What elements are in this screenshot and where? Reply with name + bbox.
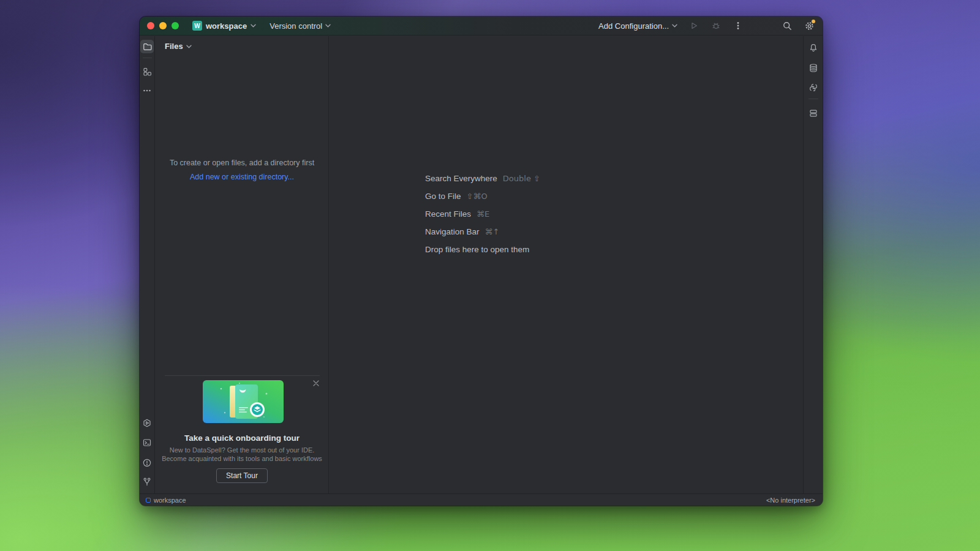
shortcut-row: Go to File ⇧⌘O — [425, 187, 540, 205]
close-card-button[interactable] — [312, 379, 320, 388]
minimize-window-button[interactable] — [159, 22, 167, 29]
layout-tool-button[interactable] — [807, 107, 820, 120]
onboarding-illustration — [203, 380, 284, 423]
more-vertical-icon — [733, 21, 743, 31]
zoom-window-button[interactable] — [172, 22, 179, 29]
settings-notification-badge — [812, 20, 815, 23]
files-tool-button[interactable] — [140, 40, 154, 53]
shortcut-label: Recent Files — [425, 209, 471, 219]
database-icon — [809, 63, 818, 73]
shortcut-label: Go to File — [425, 192, 461, 201]
files-empty-state: To create or open files, add a directory… — [156, 159, 328, 181]
python-packages-icon — [809, 83, 818, 92]
onboarding-description: New to DataSpell? Get the most out of yo… — [156, 446, 328, 463]
shortcut-row: Navigation Bar ⌘↑ — [425, 223, 540, 241]
project-square-icon — [146, 498, 151, 503]
project-icon: W — [192, 21, 202, 31]
notifications-bell-icon — [809, 43, 818, 53]
services-tool-button[interactable] — [140, 416, 154, 430]
project-widget[interactable]: W workspace — [192, 21, 256, 31]
start-tour-button[interactable]: Start Tour — [216, 468, 268, 483]
shortcut-row: Drop files here to open them — [425, 241, 540, 258]
onboarding-description-line2: Become acquainted with its tools and bas… — [156, 454, 328, 463]
folder-icon — [142, 42, 152, 51]
editor-area: Search Everywhere Double ⇧ Go to File ⇧⌘… — [330, 36, 802, 493]
python-packages-tool-button[interactable] — [807, 81, 820, 94]
vcs-widget[interactable]: Version control — [270, 21, 331, 31]
search-everywhere-button[interactable] — [782, 20, 793, 31]
close-icon — [313, 380, 319, 386]
editor-empty-shortcuts: Search Everywhere Double ⇧ Go to File ⇧⌘… — [425, 170, 540, 258]
database-tool-button[interactable] — [807, 61, 820, 75]
project-name: workspace — [206, 21, 247, 31]
right-tool-stripe — [803, 36, 823, 493]
files-panel-header[interactable]: Files — [165, 42, 192, 51]
dataspell-window: W workspace Version control Add Configur… — [140, 17, 823, 506]
chevron-down-icon — [251, 24, 256, 28]
vcs-label: Version control — [270, 21, 322, 31]
left-tool-stripe — [140, 36, 155, 493]
files-tool-window: Files To create or open files, add a dir… — [156, 36, 329, 493]
stripe-divider — [143, 58, 152, 58]
shortcut-keys: ⇧⌘O — [467, 192, 488, 201]
shortcut-label: Drop files here to open them — [425, 245, 529, 254]
files-panel-title: Files — [165, 42, 183, 51]
interpreter-widget[interactable]: <No interpreter> — [766, 497, 815, 504]
run-button[interactable] — [688, 20, 699, 31]
more-tools-button[interactable] — [140, 84, 154, 97]
more-horizontal-icon — [142, 86, 152, 96]
status-bar: workspace <No interpreter> — [140, 493, 823, 506]
shortcut-row: Search Everywhere Double ⇧ — [425, 170, 540, 187]
panel-divider — [165, 375, 320, 376]
ide-body: Files To create or open files, add a dir… — [140, 36, 823, 493]
shortcut-row: Recent Files ⌘E — [425, 205, 540, 223]
problems-tool-button[interactable] — [140, 456, 154, 470]
layout-rows-icon — [809, 108, 818, 118]
problems-icon — [142, 458, 152, 468]
git-branch-icon — [142, 477, 152, 487]
chevron-down-icon — [186, 45, 192, 48]
titlebar: W workspace Version control Add Configur… — [140, 17, 823, 36]
close-window-button[interactable] — [147, 22, 154, 29]
shortcut-label: Search Everywhere — [425, 174, 497, 183]
onboarding-title: Take a quick onboarding tour — [156, 433, 328, 443]
status-project-widget: workspace — [146, 497, 186, 504]
onboarding-description-line1: New to DataSpell? Get the most out of yo… — [156, 446, 328, 454]
more-actions-button[interactable] — [733, 20, 744, 31]
structure-tool-button[interactable] — [140, 65, 154, 78]
debug-icon — [711, 21, 721, 31]
stripe-divider — [809, 99, 818, 99]
version-control-tool-button[interactable] — [140, 475, 154, 489]
add-directory-link[interactable]: Add new or existing directory... — [190, 173, 294, 181]
notifications-button[interactable] — [807, 41, 820, 54]
terminal-icon — [142, 438, 152, 448]
run-configurations-widget[interactable]: Add Configuration... — [598, 21, 677, 31]
structure-widgets-icon — [142, 67, 152, 77]
settings-button[interactable] — [804, 20, 815, 31]
shortcut-keys: ⌘E — [477, 209, 489, 219]
search-icon — [782, 21, 793, 31]
chevron-down-icon — [325, 24, 331, 28]
terminal-tool-button[interactable] — [140, 436, 154, 449]
run-icon — [689, 21, 699, 31]
traffic-lights — [147, 22, 179, 29]
desktop-wallpaper: W workspace Version control Add Configur… — [0, 0, 980, 551]
status-project-label: workspace — [154, 497, 186, 504]
shortcut-label: Navigation Bar — [425, 227, 480, 236]
debug-button[interactable] — [710, 20, 722, 31]
chevron-down-icon — [672, 24, 677, 28]
files-empty-message: To create or open files, add a directory… — [156, 159, 328, 167]
add-configuration-label: Add Configuration... — [598, 21, 669, 31]
shortcut-keys: ⌘↑ — [485, 227, 500, 236]
shortcut-keys: Double ⇧ — [503, 174, 540, 183]
services-icon — [142, 418, 152, 428]
